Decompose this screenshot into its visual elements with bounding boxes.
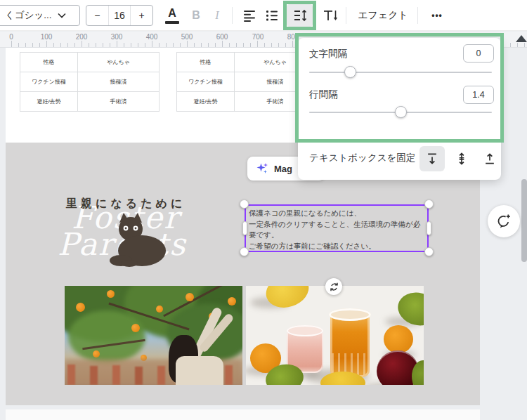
- textbox-line: 一定条件のクリアすることと、生活環境の準備が必: [249, 219, 424, 230]
- bullet-list-icon: [265, 8, 279, 22]
- design-page-next[interactable]: [6, 409, 480, 420]
- textbox-line: 要です。: [249, 230, 424, 241]
- line-spacing-label: 行間隔: [309, 88, 338, 101]
- photo-lemon: [261, 286, 313, 313]
- magic-button-label: Mag: [274, 164, 292, 174]
- photo-fence-post: [157, 366, 165, 385]
- photo-fence-post: [112, 365, 120, 385]
- ruler-number: 700: [252, 33, 264, 41]
- citrus-drinks-photo[interactable]: [246, 286, 424, 385]
- photo-orange-glass-rim: [329, 308, 371, 321]
- photo-pink-glass-rim: [287, 325, 323, 336]
- text-color-button[interactable]: A: [162, 4, 183, 26]
- divider: [298, 140, 501, 140]
- ruler-number: 600: [216, 33, 228, 41]
- font-family-selector[interactable]: くゴシッ...: [0, 5, 80, 26]
- ruler-number: 0: [9, 33, 13, 41]
- photo-fence-post: [225, 365, 233, 385]
- font-size-stepper: − 16 +: [86, 5, 153, 26]
- photo-woman-shirt: [176, 356, 223, 385]
- letter-spacing-input[interactable]: 0: [463, 44, 494, 63]
- photo-fence-post: [90, 366, 98, 385]
- photo-orange-fruit: [107, 290, 115, 298]
- ruler-number: 800: [287, 33, 299, 41]
- photo-orange-fruit: [93, 350, 100, 357]
- textbox-line: ご希望の方は事前にご確認ください。: [249, 241, 424, 252]
- spacing-button[interactable]: [287, 4, 313, 27]
- resize-handle-right[interactable]: [427, 221, 431, 235]
- table-row: 性格やんちゃ: [20, 53, 160, 72]
- letter-spacing-slider-thumb[interactable]: [344, 66, 356, 78]
- ruler-number: 200: [76, 33, 88, 41]
- effects-button[interactable]: エフェクト: [351, 4, 415, 26]
- resize-handle-left[interactable]: [242, 221, 247, 235]
- line-spacing-input[interactable]: 1.4: [463, 86, 494, 104]
- text-spacing-popup: 文字間隔 0 行間隔 1.4 テキストボックスを固定: [298, 38, 501, 180]
- table-row: 性格やんちゃ: [177, 53, 316, 72]
- ruler-number: 400: [146, 33, 158, 41]
- resize-handle-top-left[interactable]: [240, 199, 249, 209]
- scroll-top-arrow-icon[interactable]: [516, 35, 527, 42]
- auto-height-button[interactable]: [449, 146, 474, 171]
- divider: [346, 7, 346, 24]
- photo-orange-fruit: [76, 303, 85, 312]
- divider: [232, 7, 233, 24]
- photo-orange-fruit: [131, 324, 140, 332]
- letter-spacing-label: 文字間隔: [309, 48, 347, 60]
- auto-height-icon: [455, 152, 469, 166]
- anchor-top-icon: [425, 152, 439, 166]
- add-comment-icon: [495, 213, 512, 230]
- anchor-textbox-label: テキストボックスを固定: [309, 152, 415, 164]
- table-row: 避妊/去勢手術済: [177, 92, 316, 112]
- resize-handle-bottom-left[interactable]: [240, 247, 249, 256]
- font-size-increase-button[interactable]: +: [131, 6, 152, 25]
- photo-orange-fruit: [186, 293, 194, 301]
- ruler-number: 500: [181, 33, 193, 41]
- resize-handle-top-right[interactable]: [424, 199, 434, 209]
- line-spacing-slider[interactable]: [309, 112, 492, 113]
- list-button[interactable]: [261, 5, 282, 26]
- photo-fence-post: [67, 365, 75, 385]
- rotate-handle[interactable]: [325, 278, 342, 295]
- textbox-line: 保護ネコの里親になるためには、: [249, 208, 424, 219]
- resize-handle-bottom-right[interactable]: [424, 247, 434, 256]
- photo-foliage: [68, 310, 145, 363]
- align-left-icon: [242, 8, 256, 22]
- text-color-swatch: [165, 21, 179, 24]
- bold-button[interactable]: B: [186, 4, 207, 26]
- rotate-icon: [329, 282, 339, 292]
- photo-orange-fruit: [228, 297, 236, 306]
- pet-info-table-1[interactable]: 性格やんちゃ ワクチン接種接種済 避妊/去勢手術済: [20, 52, 160, 112]
- line-spacing-slider-thumb[interactable]: [395, 106, 407, 118]
- italic-button[interactable]: I: [208, 4, 226, 26]
- sparkle-icon: [256, 162, 268, 175]
- chevron-down-icon: [58, 13, 66, 18]
- selected-text-box[interactable]: 保護ネコの里親になるためには、 一定条件のクリアすることと、生活環境の準備が必 …: [245, 204, 429, 252]
- table-row: 避妊/去勢手術済: [20, 92, 160, 112]
- anchor-bottom-button[interactable]: [477, 146, 502, 171]
- photo-orange-fruit: [156, 306, 163, 313]
- pet-info-table-2[interactable]: 性格やんちゃ ワクチン接種接種済 避妊/去勢手術済: [176, 52, 316, 112]
- anchor-bottom-icon: [483, 152, 497, 166]
- letter-spacing-slider[interactable]: [309, 72, 492, 73]
- divider: [417, 7, 418, 24]
- photo-orange-fruit: [384, 325, 413, 353]
- vertical-text-button[interactable]: [320, 5, 341, 26]
- font-size-decrease-button[interactable]: −: [86, 6, 108, 25]
- orange-tree-photo[interactable]: [65, 286, 242, 385]
- font-family-label: くゴシッ...: [5, 9, 52, 22]
- font-size-value[interactable]: 16: [109, 6, 131, 25]
- cat-illustration[interactable]: [100, 213, 173, 268]
- ruler-number: 100: [41, 33, 53, 41]
- add-comment-button[interactable]: [488, 205, 520, 237]
- vertical-text-icon: [323, 8, 339, 22]
- foster-heading[interactable]: 里親になるために: [66, 197, 186, 211]
- table-row: ワクチン接種接種済: [20, 72, 160, 92]
- table-row: ワクチン接種接種済: [177, 72, 316, 92]
- anchor-top-button[interactable]: [419, 146, 445, 171]
- text-align-button[interactable]: [239, 5, 260, 26]
- line-spacing-icon: [293, 8, 307, 22]
- more-options-button[interactable]: •••: [422, 4, 453, 26]
- vertical-scrollbar-thumb[interactable]: [521, 179, 527, 262]
- ruler-number: 300: [111, 33, 123, 41]
